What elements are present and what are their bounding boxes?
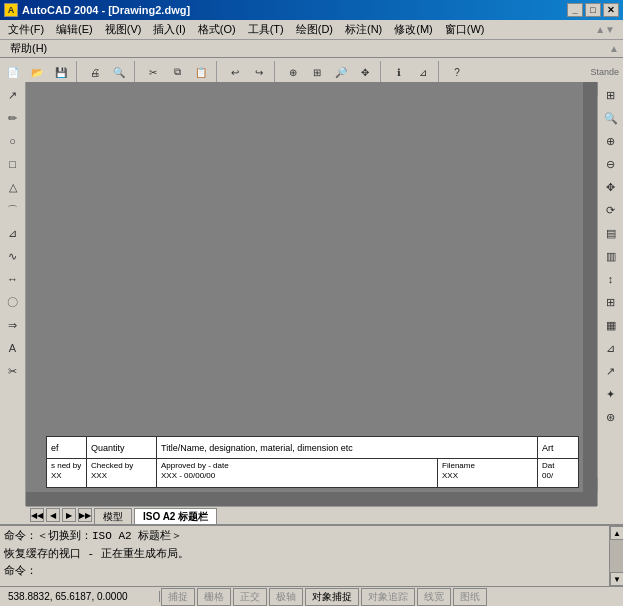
menu-help[interactable]: 帮助(H) (4, 39, 53, 58)
menu-format[interactable]: 格式(O) (192, 20, 242, 39)
snap-btn[interactable]: 捕捉 (161, 588, 195, 606)
tb-print[interactable]: 🖨 (84, 61, 106, 83)
rt-calc[interactable]: ✦ (600, 383, 622, 405)
tb-header-art: Art (538, 437, 578, 458)
tb-header-qty: Quantity (87, 437, 157, 458)
tb-sep-4 (274, 61, 278, 83)
tb-header-ref: ef (47, 437, 87, 458)
rt-render[interactable]: ↕ (600, 268, 622, 290)
menu-bar: 文件(F) 编辑(E) 视图(V) 插入(I) 格式(O) 工具(T) 绘图(D… (0, 20, 623, 40)
rt-misc[interactable]: ⊛ (600, 406, 622, 428)
lt-select[interactable]: ↗ (2, 84, 24, 106)
rt-view[interactable]: ▤ (600, 222, 622, 244)
minimize-button[interactable]: _ (567, 3, 583, 17)
lt-text[interactable]: A (2, 337, 24, 359)
rt-zoom-window[interactable]: 🔍 (600, 107, 622, 129)
lt-hatch[interactable]: ⊿ (2, 222, 24, 244)
polar-btn[interactable]: 极轴 (269, 588, 303, 606)
tb-zoom-ext[interactable]: ⊞ (306, 61, 328, 83)
tb-header-title: Title/Name, designation, material, dimen… (157, 437, 538, 458)
coords-display: 538.8832, 65.6187, 0.0000 (0, 591, 160, 602)
drawing-canvas: ef Quantity Title/Name, designation, mat… (26, 82, 583, 492)
lt-spline[interactable]: ∿ (2, 245, 24, 267)
menu-draw[interactable]: 绘图(D) (290, 20, 339, 39)
maximize-button[interactable]: □ (585, 3, 601, 17)
lt-dim[interactable]: ↔ (2, 268, 24, 290)
tb-signed-by: s ned by XX (47, 459, 87, 487)
tb-approved-by: Approved by - date XXX - 00/00/00 (157, 459, 438, 487)
grid-btn[interactable]: 栅格 (197, 588, 231, 606)
tb-preview[interactable]: 🔍 (108, 61, 130, 83)
rt-pan[interactable]: ✥ (600, 176, 622, 198)
lt-block[interactable]: ✂ (2, 360, 24, 382)
tb-sep-1 (76, 61, 80, 83)
tb-help[interactable]: ? (446, 61, 468, 83)
cmd-scroll: ▲ ▼ (609, 526, 623, 586)
tb-copy[interactable]: ⧉ (166, 61, 188, 83)
tb-paste[interactable]: 📋 (190, 61, 212, 83)
cmd-scroll-down[interactable]: ▼ (610, 572, 623, 586)
left-toolbar: ↗ ✏ ○ □ △ ⌒ ⊿ ∿ ↔ 〇 ⇒ A ✂ (0, 82, 26, 506)
tb-zoom-win[interactable]: ⊕ (282, 61, 304, 83)
ortho-btn[interactable]: 正交 (233, 588, 267, 606)
tab-nav-first[interactable]: ◀◀ (30, 508, 44, 522)
paper-btn[interactable]: 图纸 (453, 588, 487, 606)
tb-zoom-prev[interactable]: 🔎 (330, 61, 352, 83)
menu-window[interactable]: 窗口(W) (439, 20, 491, 39)
lt-circle[interactable]: ○ (2, 130, 24, 152)
menu-tools[interactable]: 工具(T) (242, 20, 290, 39)
menu-file[interactable]: 文件(F) (2, 20, 50, 39)
osnap-btn[interactable]: 对象捕捉 (305, 588, 359, 606)
status-bar: 538.8832, 65.6187, 0.0000 捕捉 栅格 正交 极轴 对象… (0, 586, 623, 606)
title-block-data-row: s ned by XX Checked by XXX Approved by -… (47, 459, 578, 487)
tab-nav-next[interactable]: ▶ (62, 508, 76, 522)
tb-open[interactable]: 📂 (26, 61, 48, 83)
tb-sep-6 (438, 61, 442, 83)
lt-leader[interactable]: ⇒ (2, 314, 24, 336)
rt-orbit[interactable]: ⟳ (600, 199, 622, 221)
tb-props[interactable]: ℹ (388, 61, 410, 83)
otrack-btn[interactable]: 对象追踪 (361, 588, 415, 606)
lt-arc[interactable]: ⌒ (2, 199, 24, 221)
rt-shade[interactable]: ▥ (600, 245, 622, 267)
tb-date: Dat 00/ (538, 459, 578, 487)
rt-zoom-realtime[interactable]: ⊞ (600, 84, 622, 106)
tb-undo[interactable]: ↩ (224, 61, 246, 83)
tab-nav-last[interactable]: ▶▶ (78, 508, 92, 522)
command-text[interactable]: 命令：＜切换到：ISO A2 标题栏＞ 恢复缓存的视口 - 正在重生成布局。 命… (0, 526, 609, 586)
tb-match[interactable]: ⊿ (412, 61, 434, 83)
tab-nav-prev[interactable]: ◀ (46, 508, 60, 522)
cmd-scroll-track[interactable] (610, 540, 623, 572)
lineweight-btn[interactable]: 线宽 (417, 588, 451, 606)
tb-cut[interactable]: ✂ (142, 61, 164, 83)
menu-edit[interactable]: 编辑(E) (50, 20, 99, 39)
lt-triangle[interactable]: △ (2, 176, 24, 198)
app-icon: A (4, 3, 18, 17)
rt-ucs[interactable]: ⊿ (600, 337, 622, 359)
drawing-area[interactable]: ef Quantity Title/Name, designation, mat… (26, 82, 597, 506)
menu-dim[interactable]: 标注(N) (339, 20, 388, 39)
lt-dim2[interactable]: 〇 (2, 291, 24, 313)
tb-filename: Filename XXX (438, 459, 538, 487)
tab-model[interactable]: 模型 (94, 508, 132, 524)
tb-new[interactable]: 📄 (2, 61, 24, 83)
rt-zoom-out[interactable]: ⊖ (600, 153, 622, 175)
close-button[interactable]: ✕ (603, 3, 619, 17)
tb-redo[interactable]: ↪ (248, 61, 270, 83)
rt-light[interactable]: ⊞ (600, 291, 622, 313)
lt-draw-line[interactable]: ✏ (2, 107, 24, 129)
tab-iso-a2[interactable]: ISO A2 标题栏 (134, 508, 217, 524)
tb-pan[interactable]: ✥ (354, 61, 376, 83)
menu-modify[interactable]: 修改(M) (388, 20, 439, 39)
tb-save[interactable]: 💾 (50, 61, 72, 83)
cmd-scroll-up[interactable]: ▲ (610, 526, 623, 540)
rt-zoom-in[interactable]: ⊕ (600, 130, 622, 152)
rt-view2[interactable]: ↗ (600, 360, 622, 382)
rt-mat[interactable]: ▦ (600, 314, 622, 336)
menu-insert[interactable]: 插入(I) (147, 20, 191, 39)
cmd-line-3: 命令： (4, 563, 605, 581)
tb-checked-by: Checked by XXX (87, 459, 157, 487)
lt-rect[interactable]: □ (2, 153, 24, 175)
cmd-line-2: 恢复缓存的视口 - 正在重生成布局。 (4, 546, 605, 564)
menu-view[interactable]: 视图(V) (99, 20, 148, 39)
